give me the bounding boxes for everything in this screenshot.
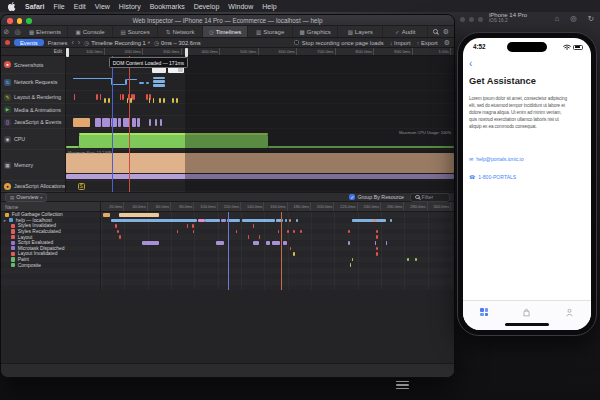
stop-recording-checkbox[interactable]: Stop recording once page loads xyxy=(294,40,384,46)
grid-ruler-tick: 80.0ms xyxy=(171,202,194,211)
simulator-traffic-lights xyxy=(460,17,483,22)
checkbox-checked-icon[interactable]: ✓ xyxy=(349,194,355,200)
sidebar-track-screenshots[interactable]: ●Screenshots xyxy=(1,56,65,74)
menu-item-safari[interactable]: Safari xyxy=(25,3,44,10)
tab-storage[interactable]: ▥Storage xyxy=(248,26,293,37)
tab-home-grid-icon[interactable] xyxy=(480,308,488,316)
hamburger-icon[interactable] xyxy=(396,381,409,391)
close-button[interactable] xyxy=(7,18,13,24)
menu-item-bookmarks[interactable]: Bookmarks xyxy=(150,3,185,10)
track-lane-memory[interactable]: Maximum Size: 13.2 MB xyxy=(66,150,454,181)
frames-tab[interactable]: Frames xyxy=(48,40,68,46)
timeline-ruler[interactable]: 100.0ms200.0ms300.0ms400.0ms500.0ms600.0… xyxy=(66,48,454,56)
screenshot-icon[interactable]: ◎ xyxy=(570,14,577,23)
row-type-icon xyxy=(11,224,15,228)
search-icon[interactable] xyxy=(433,29,438,34)
heap-snapshot-badge[interactable]: S xyxy=(78,183,85,190)
view-mode-select[interactable]: ▤ Overview ▾ xyxy=(5,193,47,202)
zoom-button[interactable] xyxy=(478,17,483,22)
zoom-button[interactable] xyxy=(26,18,32,24)
tab-timelines[interactable]: ◷Timelines xyxy=(203,26,248,37)
record-button[interactable] xyxy=(5,40,10,45)
home-icon[interactable]: ⌂ xyxy=(555,14,560,23)
timeline-mark xyxy=(66,153,454,173)
import-button[interactable]: ↓ Import xyxy=(390,40,411,46)
grid-mark xyxy=(253,241,259,245)
track-lane-media[interactable] xyxy=(66,104,454,116)
grid-mark xyxy=(376,252,378,256)
tab-console-icon: ▣ xyxy=(75,29,80,35)
menu-item-file[interactable]: File xyxy=(53,3,64,10)
stopwatch-icon: ◷ xyxy=(154,40,159,46)
tab-graphics[interactable]: ▩Graphics xyxy=(293,26,338,37)
timeline-mark xyxy=(73,78,112,79)
timeline-graph-area[interactable]: 100.0ms200.0ms300.0ms400.0ms500.0ms600.0… xyxy=(66,48,454,192)
sidebar-track-media[interactable]: ▶Media & Animations xyxy=(1,104,65,116)
track-lane-screenshots[interactable] xyxy=(66,56,454,74)
menu-item-help[interactable]: Help xyxy=(262,3,276,10)
back-arrow[interactable]: ‹ xyxy=(71,39,73,47)
checkbox-icon[interactable] xyxy=(294,40,300,46)
filter-input[interactable]: Filter xyxy=(410,193,450,202)
sidebar-track-network[interactable]: ⇅Network Requests xyxy=(1,74,65,91)
tab-label: Audit xyxy=(402,29,416,35)
track-lane-allocations[interactable]: S xyxy=(66,181,454,192)
close-button[interactable] xyxy=(460,17,465,22)
home-indicator[interactable] xyxy=(505,323,549,326)
network-icon: ⇅ xyxy=(4,79,11,86)
tab-account-person-icon[interactable] xyxy=(565,308,574,317)
phone-link[interactable]: ☎ 1-800-PORTALS xyxy=(469,174,516,180)
tab-network[interactable]: ⇅Network xyxy=(158,26,203,37)
back-chevron-icon[interactable]: ‹ xyxy=(469,59,472,69)
menu-item-history[interactable]: History xyxy=(119,3,141,10)
forward-arrow[interactable]: › xyxy=(78,39,80,47)
inspector-titlebar[interactable]: Web Inspector — iPhone 14 Pro — Ecommerc… xyxy=(1,15,454,26)
grid-mark xyxy=(242,219,275,223)
menu-item-window[interactable]: Window xyxy=(228,3,253,10)
email-link[interactable]: ✉ help@portals.ionic.io xyxy=(469,156,524,162)
timeline-mark xyxy=(127,98,129,103)
tab-audit-icon: ✓ xyxy=(395,29,400,35)
sidebar-track-memory[interactable]: ▦Memory xyxy=(1,150,65,181)
timeline-settings-icon[interactable]: ⚙ xyxy=(444,39,450,47)
grid-ruler-tick: 60.0ms xyxy=(148,202,171,211)
simulator-titlebar[interactable]: iPhone 14 Pro iOS 16.2 ⌂ ◎ ↻ xyxy=(455,10,600,32)
export-button[interactable]: ↑ Export xyxy=(417,40,438,46)
menu-item-edit[interactable]: Edit xyxy=(74,3,86,10)
grid-header[interactable]: Name 20.0ms40.0ms60.0ms80.0ms100.0ms120.… xyxy=(1,202,454,212)
menu-item-view[interactable]: View xyxy=(95,3,110,10)
sidebar-track-layout[interactable]: ✎Layout & Rendering xyxy=(1,91,65,104)
element-picker-icon[interactable]: ◎ xyxy=(12,26,23,37)
grid-mark xyxy=(142,241,160,245)
track-lane-network[interactable] xyxy=(66,74,454,91)
name-column-header[interactable]: Name xyxy=(1,202,101,211)
minimize-button[interactable] xyxy=(469,17,474,22)
row-type-icon xyxy=(9,218,13,222)
sidebar-track-cpu[interactable]: ◉CPU xyxy=(1,129,65,150)
timeline-mark xyxy=(153,98,155,103)
tab-audit[interactable]: ✓Audit xyxy=(383,26,428,37)
menu-item-develop[interactable]: Develop xyxy=(194,3,220,10)
settings-gear-icon[interactable]: ⚙ xyxy=(443,28,449,36)
tab-elements[interactable]: ▦Elements xyxy=(23,26,68,37)
apple-logo-icon[interactable] xyxy=(8,2,16,11)
tab-layers[interactable]: ▧Layers xyxy=(338,26,383,37)
activity-icon[interactable]: ⊘ xyxy=(1,26,12,37)
expander-icon[interactable]: ▸ xyxy=(1,218,9,223)
rotate-icon[interactable]: ↻ xyxy=(588,14,594,23)
edit-instruments-button[interactable]: Edit xyxy=(54,49,62,54)
sidebar-track-js[interactable]: {}JavaScript & Events xyxy=(1,116,65,129)
track-label: JavaScript & Events xyxy=(14,119,61,125)
sidebar-track-allocations[interactable]: ●JavaScript Allocations xyxy=(1,181,65,192)
group-by-resource-checkbox[interactable]: ✓ Group By Resource xyxy=(349,194,404,200)
recording-dropdown[interactable]: ◷ Timeline Recording 1 ▾ xyxy=(84,40,150,46)
events-tab[interactable]: Events xyxy=(14,39,44,46)
tab-console[interactable]: ▣Console xyxy=(68,26,113,37)
track-lane-js[interactable] xyxy=(66,116,454,129)
tab-shop-bag-icon[interactable] xyxy=(522,308,531,317)
track-lane-layout[interactable] xyxy=(66,91,454,104)
tab-sources[interactable]: ▤Sources xyxy=(113,26,158,37)
minimize-button[interactable] xyxy=(17,18,23,24)
track-lane-cpu[interactable]: Maximum CPU Usage: 100% xyxy=(66,129,454,150)
body-text: Lorem ipsum dolor sit amet, consectetur … xyxy=(469,95,569,130)
